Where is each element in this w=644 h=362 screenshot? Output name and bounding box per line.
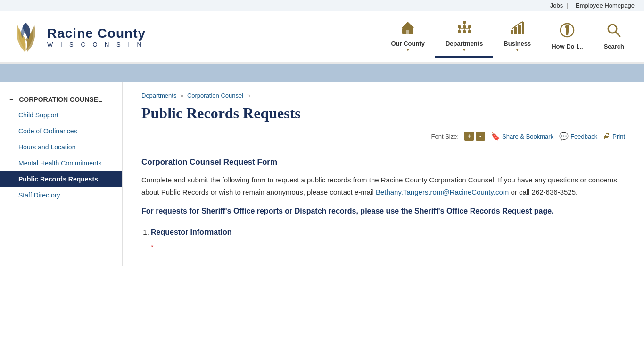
numbered-list: Requestor Information * <box>151 226 625 253</box>
svg-rect-20 <box>522 22 524 34</box>
how-do-i-icon <box>560 23 575 41</box>
svg-rect-19 <box>518 25 521 34</box>
svg-rect-3 <box>406 30 409 34</box>
content-body: Corporation Counsel Request Form Complet… <box>141 156 625 253</box>
page-title: Public Records Requests <box>141 105 625 122</box>
sidebar-item-child-support[interactable]: Child Support <box>0 107 122 123</box>
svg-rect-18 <box>514 27 517 34</box>
sidebar-section-title: − CORPORATION COUNSEL <box>0 92 122 107</box>
font-decrease-button[interactable]: - <box>476 132 485 141</box>
search-icon <box>606 23 621 41</box>
logo-area: Racine County W I S C O N S I N <box>9 18 146 56</box>
required-star: * <box>151 243 153 251</box>
svg-rect-10 <box>468 30 471 33</box>
top-bar: Jobs | Employee Homepage <box>0 0 644 11</box>
font-size-label: Font Size: <box>431 133 459 140</box>
print-icon: 🖨 <box>603 132 611 140</box>
feedback-label: Feedback <box>570 133 597 140</box>
content-toolbar: Font Size: + - 🔖 Share & Bookmark 💬 Feed… <box>141 132 625 146</box>
our-county-arrow: ▼ <box>405 47 410 52</box>
business-label: Business <box>504 40 531 47</box>
sidebar-item-staff-directory[interactable]: Staff Directory <box>0 187 122 203</box>
email-link[interactable]: Bethany.Tangerstrom@RacineCounty.com <box>376 188 509 196</box>
svg-point-24 <box>566 33 569 35</box>
our-county-icon <box>400 20 415 38</box>
sidebar-item-code-of-ordinances[interactable]: Code of Ordinances <box>0 123 122 139</box>
sheriff-notice: For requests for Sheriff's Office report… <box>141 206 625 217</box>
svg-rect-6 <box>463 25 466 28</box>
svg-rect-23 <box>566 26 569 33</box>
feedback-action[interactable]: 💬 Feedback <box>559 132 597 141</box>
svg-rect-17 <box>511 30 513 34</box>
breadcrumb: Departments » Corporation Counsel » <box>141 92 625 99</box>
business-arrow: ▼ <box>515 47 520 52</box>
share-label: Share & Bookmark <box>502 133 553 140</box>
main-nav: Our County ▼ <box>146 16 635 58</box>
nav-item-departments[interactable]: Departments ▼ <box>435 16 493 58</box>
breadcrumb-sep-1: » <box>180 92 183 99</box>
nav-item-our-county[interactable]: Our County ▼ <box>380 16 435 58</box>
search-label: Search <box>604 43 624 50</box>
font-increase-button[interactable]: + <box>464 132 474 141</box>
state-name: W I S C O N S I N <box>47 41 146 48</box>
print-label: Print <box>612 133 625 140</box>
page-layout: − CORPORATION COUNSEL Child Support Code… <box>0 82 644 266</box>
feedback-icon: 💬 <box>559 132 569 141</box>
font-size-controls: + - <box>464 132 485 141</box>
nav-item-search[interactable]: Search <box>594 19 635 55</box>
employee-homepage-link[interactable]: Employee Homepage <box>576 2 635 9</box>
share-bookmark-action[interactable]: 🔖 Share & Bookmark <box>491 132 553 141</box>
list-item: Requestor Information * <box>151 226 625 253</box>
requestor-heading: Requestor Information <box>151 226 625 239</box>
breadcrumb-departments[interactable]: Departments <box>141 92 176 99</box>
logo-icon <box>9 18 42 56</box>
svg-rect-5 <box>458 25 461 28</box>
separator: | <box>567 2 568 9</box>
sidebar-item-mental-health-commitments[interactable]: Mental Health Commitments <box>0 155 122 171</box>
sidebar-section-label: CORPORATION COUNSEL <box>19 96 102 103</box>
svg-rect-7 <box>468 25 471 28</box>
business-icon <box>510 20 525 38</box>
nav-item-business[interactable]: Business ▼ <box>493 16 541 58</box>
svg-rect-9 <box>463 30 466 33</box>
sheriff-link[interactable]: Sheriff's Office Records Request page. <box>414 207 553 215</box>
county-name: Racine County <box>47 26 146 41</box>
form-heading: Corporation Counsel Request Form <box>141 156 625 168</box>
sidebar-item-hours-and-location[interactable]: Hours and Location <box>0 139 122 155</box>
sheriff-notice-text: For requests for Sheriff's Office report… <box>141 207 413 215</box>
nav-item-how-do-i[interactable]: How Do I... <box>541 19 593 55</box>
print-action[interactable]: 🖨 Print <box>603 132 625 140</box>
svg-line-26 <box>616 32 620 36</box>
how-do-i-label: How Do I... <box>552 43 583 50</box>
jobs-link[interactable]: Jobs <box>550 2 563 9</box>
main-content: Departments » Corporation Counsel » Publ… <box>123 82 644 266</box>
sidebar: − CORPORATION COUNSEL Child Support Code… <box>0 82 123 266</box>
breadcrumb-sep-2: » <box>247 92 250 99</box>
phone-text: or call 262-636-3525. <box>511 188 578 196</box>
svg-rect-4 <box>463 21 466 24</box>
breadcrumb-corporation-counsel[interactable]: Corporation Counsel <box>187 92 243 99</box>
departments-arrow: ▼ <box>462 47 467 52</box>
logo-text: Racine County W I S C O N S I N <box>47 26 146 48</box>
departments-label: Departments <box>446 40 483 47</box>
header: Racine County W I S C O N S I N Our Coun… <box>0 11 644 64</box>
departments-icon <box>457 20 472 38</box>
sidebar-collapse-icon[interactable]: − <box>9 96 13 103</box>
hero-banner <box>0 64 644 82</box>
share-icon: 🔖 <box>491 132 500 141</box>
form-paragraph: Complete and submit the following form t… <box>141 174 625 198</box>
svg-marker-2 <box>401 22 414 28</box>
our-county-label: Our County <box>391 40 425 47</box>
svg-rect-8 <box>458 30 461 33</box>
sidebar-item-public-records-requests[interactable]: Public Records Requests <box>0 171 122 187</box>
